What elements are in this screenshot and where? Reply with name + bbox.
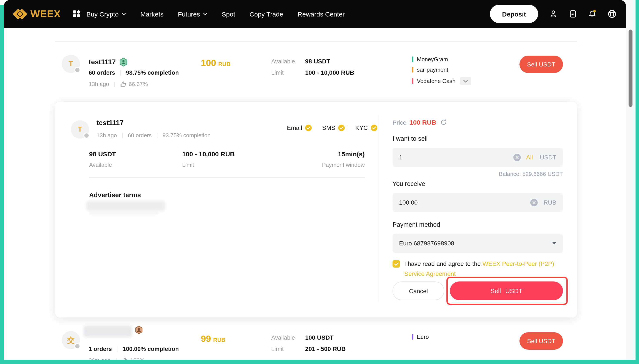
- language-icon[interactable]: [607, 9, 616, 18]
- price-currency: RUB: [218, 61, 230, 67]
- user-icon[interactable]: [549, 9, 558, 18]
- limit-value: 100 - 10,000 RUB: [305, 69, 354, 76]
- frame-bottom: [0, 360, 639, 364]
- redacted-terms-text: [89, 211, 159, 215]
- nav-item-label: Buy Crypto: [86, 10, 118, 18]
- price-value: 100: [201, 58, 216, 68]
- weex-logo[interactable]: WEEX: [13, 8, 61, 20]
- clear-input-icon[interactable]: [514, 154, 521, 161]
- check-icon: [305, 124, 312, 131]
- notification-icon[interactable]: [588, 9, 597, 18]
- status-dot: [74, 343, 80, 349]
- nav-item-buy-crypto[interactable]: Buy Crypto: [86, 10, 126, 18]
- divider: [89, 177, 365, 178]
- avatar[interactable]: 交: [62, 331, 80, 349]
- advertiser-stats: 1 orders 100.00% completion: [89, 346, 179, 352]
- nav-item-markets[interactable]: Markets: [140, 10, 164, 18]
- thumbs-up-icon: [122, 357, 128, 360]
- avatar[interactable]: T: [71, 120, 89, 138]
- last-active-time: 13h ago: [89, 81, 109, 87]
- last-active-time: 36m ago: [89, 357, 111, 360]
- completion-rate: 93.75% completion: [163, 132, 211, 138]
- apps-icon[interactable]: [72, 9, 81, 18]
- receive-amount-value: 100.00: [399, 199, 531, 206]
- check-icon: [339, 124, 345, 131]
- sell-usdt-submit-button[interactable]: Sell USDT: [450, 282, 563, 300]
- nav-item-label: Futures: [178, 10, 200, 18]
- available-row: Available100 USDT: [271, 334, 334, 342]
- stat-limit: 100 - 10,000 RUB Limit: [182, 150, 235, 168]
- price-value: 99: [201, 334, 211, 344]
- deposit-button[interactable]: Deposit: [490, 5, 538, 23]
- chevron-down-icon: [463, 80, 468, 82]
- redacted-terms-text: [86, 201, 166, 211]
- nav-item-rewards-center[interactable]: Rewards Center: [297, 10, 345, 18]
- avatar[interactable]: T: [62, 55, 80, 73]
- nav-item-futures[interactable]: Futures: [178, 10, 208, 18]
- frame-left: [0, 5, 4, 364]
- expand-payments-button[interactable]: [460, 77, 471, 85]
- orders-icon[interactable]: [568, 9, 577, 18]
- agreement-text: I have read and agree to the WEEX Peer-t…: [404, 259, 562, 279]
- top-navbar: WEEX Buy Crypto Markets: [4, 0, 626, 28]
- payment-color-bar: [412, 78, 413, 84]
- email-verified: Email: [287, 124, 312, 131]
- payment-method-label: Payment method: [393, 221, 440, 228]
- sell-usdt-button[interactable]: Sell USDT: [519, 56, 563, 73]
- available-value: 100 USDT: [305, 334, 334, 341]
- sell-amount-input[interactable]: 1 All USDT: [393, 148, 563, 167]
- sell-form: Price 100 RUB I want to sell 1 All USD: [393, 102, 563, 318]
- advertiser-terms-title: Advertiser terms: [89, 191, 141, 198]
- thumbs-up-icon: [120, 81, 127, 87]
- check-icon: [371, 124, 377, 131]
- page-content: WEEX Buy Crypto Markets: [4, 0, 635, 360]
- payment-method: MoneyGram: [412, 56, 471, 62]
- clear-input-icon[interactable]: [531, 199, 538, 206]
- offer-price: 99RUB: [201, 334, 225, 344]
- status-dot: [74, 67, 80, 73]
- form-actions: Cancel Sell USDT: [393, 282, 563, 300]
- nav-item-label: Spot: [222, 10, 235, 18]
- agreement-checkbox[interactable]: [393, 260, 400, 268]
- payment-color-bar: [412, 334, 413, 340]
- available-value: 98 USDT: [305, 58, 330, 65]
- agreement-row: I have read and agree to the WEEX Peer-t…: [393, 259, 563, 279]
- p2p-offer-row-1[interactable]: T test1117 60 orders 93.75% completion 1…: [55, 41, 577, 99]
- redacted-advertiser-name: [84, 326, 132, 337]
- payment-color-bar: [412, 56, 413, 62]
- sell-amount-label: I want to sell: [393, 135, 428, 142]
- receive-label: You receive: [393, 180, 425, 187]
- chevron-down-icon: [122, 12, 126, 15]
- receive-amount-input[interactable]: 100.00 RUB: [393, 193, 563, 212]
- completion-rate: 100.00% completion: [123, 346, 179, 352]
- cancel-button[interactable]: Cancel: [393, 282, 444, 300]
- available-row: Available98 USDT: [271, 57, 330, 65]
- advertiser-stats: 13h ago 60 orders 93.75% completion: [97, 132, 211, 138]
- p2p-offer-row-2[interactable]: 交 1 orders 100.00% completion 36m ago: [55, 322, 577, 360]
- sell-usdt-button[interactable]: Sell USDT: [519, 332, 563, 350]
- chevron-down-icon: [203, 12, 207, 15]
- nav-item-spot[interactable]: Spot: [222, 10, 235, 18]
- page: WEEX Buy Crypto Markets: [0, 0, 639, 364]
- verification-badges: Email SMS KYC: [287, 124, 377, 131]
- receive-unit: RUB: [544, 199, 556, 206]
- stat-available: 98 USDT Available: [89, 150, 116, 168]
- advertiser[interactable]: test1117: [89, 57, 128, 67]
- nav-item-copy-trade[interactable]: Copy Trade: [249, 10, 283, 18]
- advertiser-stats: 60 orders 93.75% completion: [89, 70, 179, 76]
- payment-method-select[interactable]: Euro 687987698908: [393, 234, 563, 253]
- nav-item-label: Markets: [140, 10, 164, 18]
- sell-all-button[interactable]: All: [526, 154, 533, 161]
- price-value: 100 RUB: [410, 118, 436, 126]
- refresh-icon[interactable]: [440, 119, 447, 126]
- stat-payment-window: 15min(s) Payment window: [322, 150, 365, 168]
- weex-logo-icon: [13, 8, 27, 19]
- price-row: Price 100 RUB: [393, 118, 447, 126]
- sms-verified: SMS: [322, 124, 345, 131]
- limit-value: 201 - 500 RUB: [305, 345, 346, 352]
- scrollbar-track[interactable]: [626, 0, 635, 360]
- nav-item-label: Rewards Center: [297, 10, 345, 18]
- payment-color-bar: [412, 67, 413, 72]
- last-active-time: 13h ago: [97, 132, 117, 138]
- scrollbar-thumb[interactable]: [628, 30, 632, 107]
